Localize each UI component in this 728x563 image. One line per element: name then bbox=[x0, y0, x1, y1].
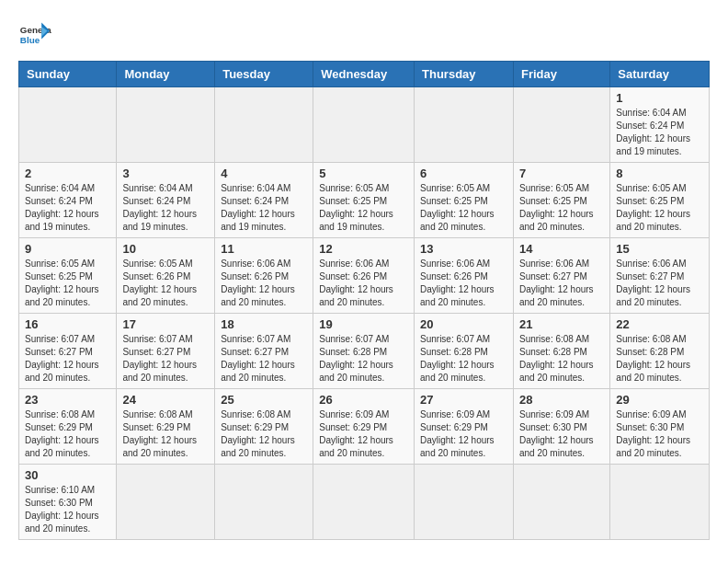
calendar-day-cell: 23Sunrise: 6:08 AM Sunset: 6:29 PM Dayli… bbox=[19, 389, 117, 465]
calendar-day-cell bbox=[313, 465, 415, 540]
day-info: Sunrise: 6:06 AM Sunset: 6:26 PM Dayligh… bbox=[319, 258, 408, 309]
calendar-day-cell: 13Sunrise: 6:06 AM Sunset: 6:26 PM Dayli… bbox=[415, 238, 514, 314]
day-info: Sunrise: 6:07 AM Sunset: 6:28 PM Dayligh… bbox=[420, 333, 507, 385]
calendar-day-cell: 14Sunrise: 6:06 AM Sunset: 6:27 PM Dayli… bbox=[513, 238, 609, 314]
calendar-table: SundayMondayTuesdayWednesdayThursdayFrid… bbox=[18, 61, 710, 540]
day-number: 28 bbox=[519, 393, 604, 407]
day-info: Sunrise: 6:10 AM Sunset: 6:30 PM Dayligh… bbox=[25, 484, 110, 535]
day-info: Sunrise: 6:05 AM Sunset: 6:25 PM Dayligh… bbox=[519, 182, 604, 234]
calendar-week-row: 1Sunrise: 6:04 AM Sunset: 6:24 PM Daylig… bbox=[19, 87, 710, 163]
day-info: Sunrise: 6:06 AM Sunset: 6:27 PM Dayligh… bbox=[616, 258, 703, 309]
day-number: 22 bbox=[616, 317, 703, 331]
calendar-day-cell bbox=[415, 87, 514, 163]
page-header: General Blue bbox=[18, 18, 710, 52]
col-header-sunday: Sunday bbox=[19, 62, 117, 87]
day-number: 16 bbox=[25, 317, 110, 331]
day-number: 26 bbox=[319, 393, 408, 407]
calendar-day-cell: 29Sunrise: 6:09 AM Sunset: 6:30 PM Dayli… bbox=[610, 389, 710, 465]
calendar-day-cell: 2Sunrise: 6:04 AM Sunset: 6:24 PM Daylig… bbox=[19, 163, 117, 238]
calendar-day-cell bbox=[513, 465, 609, 540]
day-info: Sunrise: 6:08 AM Sunset: 6:29 PM Dayligh… bbox=[25, 408, 110, 460]
day-info: Sunrise: 6:05 AM Sunset: 6:25 PM Dayligh… bbox=[319, 182, 408, 234]
calendar-day-cell: 24Sunrise: 6:08 AM Sunset: 6:29 PM Dayli… bbox=[117, 389, 215, 465]
calendar-day-cell: 11Sunrise: 6:06 AM Sunset: 6:26 PM Dayli… bbox=[215, 238, 313, 314]
day-number: 30 bbox=[25, 468, 110, 482]
day-info: Sunrise: 6:05 AM Sunset: 6:25 PM Dayligh… bbox=[25, 258, 110, 309]
calendar-day-cell: 9Sunrise: 6:05 AM Sunset: 6:25 PM Daylig… bbox=[19, 238, 117, 314]
calendar-day-cell: 15Sunrise: 6:06 AM Sunset: 6:27 PM Dayli… bbox=[610, 238, 710, 314]
col-header-thursday: Thursday bbox=[415, 62, 514, 87]
calendar-day-cell: 7Sunrise: 6:05 AM Sunset: 6:25 PM Daylig… bbox=[513, 163, 609, 238]
calendar-day-cell bbox=[215, 465, 313, 540]
calendar-day-cell: 6Sunrise: 6:05 AM Sunset: 6:25 PM Daylig… bbox=[415, 163, 514, 238]
day-number: 13 bbox=[420, 242, 507, 256]
day-info: Sunrise: 6:08 AM Sunset: 6:29 PM Dayligh… bbox=[221, 408, 307, 460]
calendar-day-cell bbox=[610, 465, 710, 540]
calendar-day-cell: 22Sunrise: 6:08 AM Sunset: 6:28 PM Dayli… bbox=[610, 314, 710, 389]
calendar-day-cell bbox=[19, 87, 117, 163]
day-number: 6 bbox=[420, 167, 507, 180]
day-info: Sunrise: 6:04 AM Sunset: 6:24 PM Dayligh… bbox=[221, 182, 307, 234]
col-header-tuesday: Tuesday bbox=[215, 62, 313, 87]
day-info: Sunrise: 6:04 AM Sunset: 6:24 PM Dayligh… bbox=[25, 182, 110, 234]
day-number: 2 bbox=[25, 167, 110, 180]
day-number: 3 bbox=[122, 167, 209, 180]
calendar-week-row: 16Sunrise: 6:07 AM Sunset: 6:27 PM Dayli… bbox=[19, 314, 710, 389]
calendar-day-cell: 1Sunrise: 6:04 AM Sunset: 6:24 PM Daylig… bbox=[610, 87, 710, 163]
col-header-friday: Friday bbox=[513, 62, 609, 87]
day-number: 11 bbox=[221, 242, 307, 256]
calendar-day-cell: 30Sunrise: 6:10 AM Sunset: 6:30 PM Dayli… bbox=[19, 465, 117, 540]
calendar-day-cell: 25Sunrise: 6:08 AM Sunset: 6:29 PM Dayli… bbox=[215, 389, 313, 465]
day-number: 4 bbox=[221, 167, 307, 180]
calendar-day-cell: 12Sunrise: 6:06 AM Sunset: 6:26 PM Dayli… bbox=[313, 238, 415, 314]
calendar-day-cell bbox=[415, 465, 514, 540]
day-info: Sunrise: 6:08 AM Sunset: 6:29 PM Dayligh… bbox=[122, 408, 209, 460]
calendar-day-cell: 3Sunrise: 6:04 AM Sunset: 6:24 PM Daylig… bbox=[117, 163, 215, 238]
calendar-day-cell: 4Sunrise: 6:04 AM Sunset: 6:24 PM Daylig… bbox=[215, 163, 313, 238]
day-info: Sunrise: 6:08 AM Sunset: 6:28 PM Dayligh… bbox=[519, 333, 604, 385]
calendar-day-cell: 27Sunrise: 6:09 AM Sunset: 6:29 PM Dayli… bbox=[415, 389, 514, 465]
logo-icon: General Blue bbox=[18, 18, 51, 52]
day-number: 15 bbox=[616, 242, 703, 256]
calendar-day-cell: 20Sunrise: 6:07 AM Sunset: 6:28 PM Dayli… bbox=[415, 314, 514, 389]
calendar-day-cell bbox=[513, 87, 609, 163]
col-header-saturday: Saturday bbox=[610, 62, 710, 87]
day-info: Sunrise: 6:07 AM Sunset: 6:27 PM Dayligh… bbox=[122, 333, 209, 385]
col-header-wednesday: Wednesday bbox=[313, 62, 415, 87]
calendar-day-cell bbox=[117, 465, 215, 540]
col-header-monday: Monday bbox=[117, 62, 215, 87]
day-info: Sunrise: 6:07 AM Sunset: 6:27 PM Dayligh… bbox=[25, 333, 110, 385]
day-info: Sunrise: 6:07 AM Sunset: 6:27 PM Dayligh… bbox=[221, 333, 307, 385]
day-number: 20 bbox=[420, 317, 507, 331]
day-info: Sunrise: 6:05 AM Sunset: 6:26 PM Dayligh… bbox=[122, 258, 209, 309]
calendar-week-row: 9Sunrise: 6:05 AM Sunset: 6:25 PM Daylig… bbox=[19, 238, 710, 314]
calendar-header-row: SundayMondayTuesdayWednesdayThursdayFrid… bbox=[19, 62, 710, 87]
svg-text:Blue: Blue bbox=[20, 35, 40, 45]
calendar-day-cell: 28Sunrise: 6:09 AM Sunset: 6:30 PM Dayli… bbox=[513, 389, 609, 465]
day-info: Sunrise: 6:07 AM Sunset: 6:28 PM Dayligh… bbox=[319, 333, 408, 385]
day-info: Sunrise: 6:04 AM Sunset: 6:24 PM Dayligh… bbox=[122, 182, 209, 234]
day-number: 25 bbox=[221, 393, 307, 407]
day-number: 8 bbox=[616, 167, 703, 180]
calendar-week-row: 23Sunrise: 6:08 AM Sunset: 6:29 PM Dayli… bbox=[19, 389, 710, 465]
day-number: 10 bbox=[122, 242, 209, 256]
day-info: Sunrise: 6:09 AM Sunset: 6:29 PM Dayligh… bbox=[319, 408, 408, 460]
day-info: Sunrise: 6:05 AM Sunset: 6:25 PM Dayligh… bbox=[420, 182, 507, 234]
day-number: 18 bbox=[221, 317, 307, 331]
calendar-day-cell: 10Sunrise: 6:05 AM Sunset: 6:26 PM Dayli… bbox=[117, 238, 215, 314]
day-number: 1 bbox=[616, 91, 703, 105]
day-info: Sunrise: 6:09 AM Sunset: 6:30 PM Dayligh… bbox=[519, 408, 604, 460]
day-number: 24 bbox=[122, 393, 209, 407]
day-info: Sunrise: 6:09 AM Sunset: 6:30 PM Dayligh… bbox=[616, 408, 703, 460]
day-number: 21 bbox=[519, 317, 604, 331]
calendar-day-cell bbox=[215, 87, 313, 163]
calendar-day-cell: 16Sunrise: 6:07 AM Sunset: 6:27 PM Dayli… bbox=[19, 314, 117, 389]
day-number: 12 bbox=[319, 242, 408, 256]
day-number: 23 bbox=[25, 393, 110, 407]
calendar-day-cell: 21Sunrise: 6:08 AM Sunset: 6:28 PM Dayli… bbox=[513, 314, 609, 389]
day-number: 17 bbox=[122, 317, 209, 331]
day-info: Sunrise: 6:04 AM Sunset: 6:24 PM Dayligh… bbox=[616, 107, 703, 158]
day-number: 29 bbox=[616, 393, 703, 407]
calendar-day-cell: 18Sunrise: 6:07 AM Sunset: 6:27 PM Dayli… bbox=[215, 314, 313, 389]
day-info: Sunrise: 6:09 AM Sunset: 6:29 PM Dayligh… bbox=[420, 408, 507, 460]
